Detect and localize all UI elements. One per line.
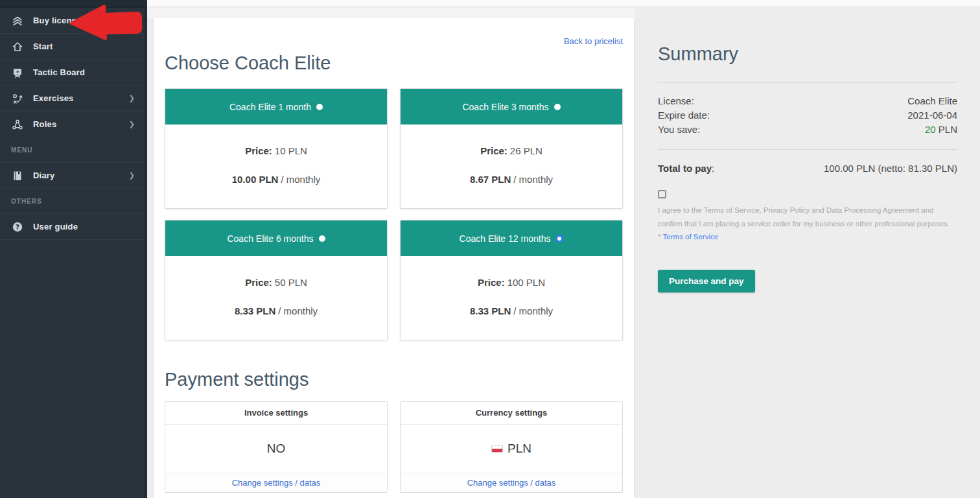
- summary-value: 2021-06-04: [907, 108, 957, 123]
- sidebar-item-label: Tactic Board: [33, 67, 135, 77]
- currency-settings-value: PLN: [508, 442, 531, 456]
- sidebar-top-strip: [0, 0, 144, 8]
- monthly-value: 8.33 PLN: [470, 305, 511, 316]
- exercises-icon: [11, 92, 24, 105]
- sidebar-item-diary[interactable]: Diary ❯: [0, 163, 144, 189]
- currency-change-settings-link[interactable]: Change settings / datas: [467, 478, 556, 488]
- price-value: 10 PLN: [275, 145, 307, 156]
- plan-card-1-month[interactable]: Coach Elite 1 month Price:10 PLN 10.00 P…: [165, 88, 388, 209]
- divider: [658, 149, 957, 150]
- plan-radio[interactable]: [316, 104, 323, 110]
- plan-name: Coach Elite 6 months: [227, 233, 313, 244]
- summary-value: Coach Elite: [907, 94, 957, 108]
- chevron-right-icon: ❯: [129, 171, 135, 180]
- total-to-pay-row: Total to pay: 100.00 PLN (netto: 81.30 P…: [658, 163, 957, 174]
- monthly-value: 8.67 PLN: [470, 174, 511, 185]
- diary-icon: [11, 169, 24, 182]
- plan-header: Coach Elite 1 month: [165, 89, 387, 124]
- plan-name: Coach Elite 12 months: [460, 233, 551, 244]
- chevron-right-icon: ❯: [129, 120, 135, 128]
- price-label: Price:: [478, 277, 505, 288]
- price-value: 50 PLN: [275, 277, 307, 288]
- sidebar-item-label: Exercises: [33, 93, 129, 103]
- savings-amount: 20: [925, 124, 936, 135]
- back-to-pricelist-link[interactable]: Back to pricelist: [564, 36, 623, 46]
- sidebar-item-tactic-board[interactable]: Tactic Board: [0, 60, 144, 86]
- price-label: Price:: [245, 145, 272, 156]
- plan-body: Price:10 PLN 10.00 PLN/ monthly: [165, 124, 387, 208]
- invoice-change-settings-link[interactable]: Change settings / datas: [232, 478, 321, 488]
- plan-card-6-months[interactable]: Coach Elite 6 months Price:50 PLN 8.33 P…: [165, 220, 388, 340]
- plan-body: Price:50 PLN 8.33 PLN/ monthly: [165, 256, 387, 340]
- plan-header: Coach Elite 3 months: [401, 89, 622, 124]
- plans-grid: Coach Elite 1 month Price:10 PLN 10.00 P…: [165, 88, 623, 340]
- summary-label: License:: [658, 94, 694, 108]
- monthly-suffix: / monthly: [281, 174, 320, 185]
- main-panel: Back to pricelist Choose Coach Elite Coa…: [154, 18, 634, 498]
- terms-checkbox[interactable]: [658, 190, 666, 198]
- sidebar-item-label: Roles: [33, 119, 129, 129]
- sidebar-item-exercises[interactable]: Exercises ❯: [0, 86, 144, 112]
- tactic-board-icon: [11, 66, 24, 79]
- terms-text: I agree to the Terms of Service, Privacy…: [658, 204, 957, 244]
- plan-radio[interactable]: [554, 104, 561, 110]
- monthly-suffix: / monthly: [513, 305, 553, 316]
- currency-settings-header: Currency settings: [401, 402, 622, 425]
- summary-panel: Summary License: Coach Elite Expire date…: [635, 8, 980, 498]
- price-value: 100 PLN: [508, 277, 545, 288]
- plan-radio[interactable]: [319, 235, 325, 242]
- chevron-right-icon: ❯: [129, 94, 135, 102]
- price-label: Price:: [480, 145, 508, 156]
- sidebar-item-label: User guide: [33, 222, 135, 231]
- user-guide-icon: ?: [11, 220, 24, 233]
- total-label: Total to pay: [658, 163, 712, 174]
- plan-header: Coach Elite 6 months: [165, 220, 387, 256]
- currency-settings-card: Currency settings PLN Change settings / …: [400, 401, 623, 493]
- payment-settings-title: Payment settings: [165, 369, 623, 390]
- plan-name: Coach Elite 3 months: [462, 102, 548, 112]
- sidebar-item-buy-license[interactable]: Buy license: [0, 8, 144, 34]
- plan-name: Coach Elite 1 month: [229, 102, 311, 112]
- invoice-settings-value: NO: [165, 425, 387, 473]
- svg-text:?: ?: [16, 222, 19, 230]
- poland-flag-icon: [491, 445, 503, 453]
- sidebar-item-label: Diary: [33, 171, 129, 180]
- plan-card-12-months[interactable]: Coach Elite 12 months Price:100 PLN 8.33…: [400, 220, 623, 340]
- summary-label: You save:: [658, 123, 700, 137]
- savings-currency: PLN: [936, 124, 957, 135]
- plan-header: Coach Elite 12 months: [401, 220, 622, 256]
- sidebar: Buy license Start Tactic Board Exercis: [0, 0, 147, 498]
- sidebar-item-start[interactable]: Start: [0, 34, 144, 60]
- summary-row-expire-date: Expire date: 2021-06-04: [658, 108, 957, 123]
- summary-row-license: License: Coach Elite: [658, 94, 957, 108]
- double-chevron-up-icon: [11, 14, 24, 27]
- divider: [658, 82, 957, 83]
- total-colon: :: [712, 163, 714, 174]
- sidebar-item-roles[interactable]: Roles ❯: [0, 112, 144, 137]
- terms-of-service-link[interactable]: Terms of Service: [662, 233, 718, 241]
- invoice-settings-header: Invoice settings: [165, 402, 387, 425]
- summary-title: Summary: [658, 43, 957, 65]
- plan-card-3-months[interactable]: Coach Elite 3 months Price:26 PLN 8.67 P…: [400, 88, 623, 209]
- top-bar: [147, 0, 980, 7]
- summary-label: Expire date:: [658, 108, 710, 123]
- price-value: 26 PLN: [510, 145, 542, 156]
- home-icon: [11, 40, 24, 53]
- monthly-suffix: / monthly: [278, 305, 318, 316]
- invoice-settings-card: Invoice settings NO Change settings / da…: [165, 401, 388, 493]
- plan-body: Price:100 PLN 8.33 PLN/ monthly: [401, 256, 622, 340]
- sidebar-item-user-guide[interactable]: ? User guide: [0, 214, 144, 240]
- page-title: Choose Coach Elite: [165, 53, 623, 74]
- plan-radio-selected[interactable]: [555, 235, 563, 243]
- plan-body: Price:26 PLN 8.67 PLN/ monthly: [401, 124, 622, 208]
- sidebar-section-others: OTHERS: [0, 189, 144, 214]
- monthly-value: 8.33 PLN: [235, 305, 275, 316]
- sidebar-item-label: Buy license: [33, 16, 135, 25]
- monthly-suffix: / monthly: [513, 174, 553, 185]
- summary-row-you-save: You save: 20 PLN: [658, 123, 957, 137]
- total-value: 100.00 PLN (netto: 81.30 PLN): [824, 163, 957, 174]
- roles-icon: [11, 118, 24, 131]
- settings-grid: Invoice settings NO Change settings / da…: [165, 401, 623, 493]
- purchase-and-pay-button[interactable]: Purchase and pay: [658, 270, 755, 292]
- summary-value: 20 PLN: [925, 123, 957, 137]
